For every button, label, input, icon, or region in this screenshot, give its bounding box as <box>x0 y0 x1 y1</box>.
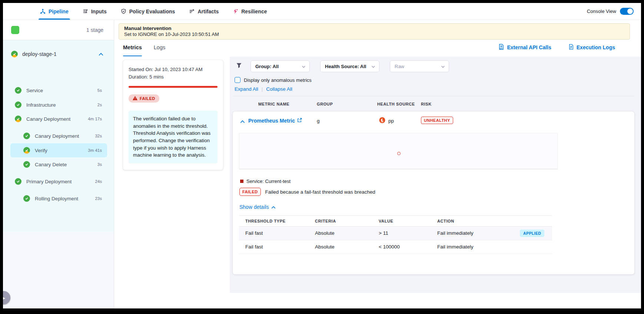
started-on: Started On: Jul 10, 2023 10:47 AM <box>129 66 218 73</box>
metrics-panel: Group: All Health Source: All Raw Displa… <box>230 57 641 293</box>
inputs-icon <box>83 9 88 14</box>
metric-name-link[interactable]: Prometheus Metric <box>248 118 302 124</box>
action-cell: Fail immediately <box>437 244 474 250</box>
step-row-rolling-deployment[interactable]: Rolling Deployment 23s <box>10 191 107 206</box>
divider <box>233 96 634 96</box>
threshold-type-cell: Fail fast <box>245 244 263 250</box>
step-label: Primary Deployment <box>26 179 72 184</box>
value-cell: > 11 <box>379 230 388 236</box>
banner-title: Manual Intervention <box>124 26 624 31</box>
show-details-link[interactable]: Show details <box>239 204 276 210</box>
step-row-primary-deployment[interactable]: Primary Deployment 24s <box>10 174 107 188</box>
criteria-cell: Absolute <box>315 230 335 236</box>
col-risk: RISK <box>421 102 432 106</box>
warning-success-icon <box>11 51 18 57</box>
tab-inputs[interactable]: Inputs <box>83 3 107 20</box>
health-source-filter-value: Health Source: All <box>325 64 366 69</box>
anomalous-metrics-control: Display only anomalous metrics <box>235 77 312 83</box>
stage-name: deploy-stage-1 <box>22 51 57 57</box>
step-duration: 23s <box>95 196 102 201</box>
collapse-metric-chevron-up-icon[interactable] <box>240 118 245 125</box>
pipeline-icon <box>40 9 46 14</box>
col-action: ACTION <box>437 219 454 223</box>
failed-badge: FAILED <box>239 188 261 196</box>
health-source-filter-dropdown[interactable]: Health Source: All <box>320 60 379 72</box>
tab-pipeline[interactable]: Pipeline <box>40 3 69 20</box>
external-link-icon <box>297 118 302 124</box>
col-metric-name: METRIC NAME <box>258 102 289 106</box>
header-links: API External API Calls Execution Logs <box>498 44 615 51</box>
step-row-canary-deployment-child[interactable]: Canary Deployment 32s <box>10 129 107 143</box>
group-filter-value: Group: All <box>255 64 279 69</box>
col-group: GROUP <box>317 102 333 106</box>
success-icon <box>15 178 21 185</box>
success-icon <box>23 133 30 139</box>
tab-artifacts[interactable]: Artifacts <box>189 3 219 20</box>
tab-logs[interactable]: Logs <box>154 42 165 56</box>
col-health-source: HEALTH SOURCE <box>377 102 415 106</box>
table-row: Fail fast Absolute > 11 Fail immediately… <box>239 227 552 240</box>
group-filter-dropdown[interactable]: Group: All <box>250 60 310 72</box>
banner-subtitle: Set to IGNORE on 10-Jul-2023 10:50:51 AM <box>124 31 624 37</box>
threshold-table-header: THRESHOLD TYPE CRITERIA VALUE ACTION <box>239 216 552 227</box>
prometheus-icon <box>379 117 385 124</box>
manual-intervention-banner: Manual Intervention Set to IGNORE on 10-… <box>119 23 630 40</box>
success-icon <box>23 161 30 168</box>
raw-filter-placeholder: Raw <box>395 64 404 69</box>
col-threshold-type: THRESHOLD TYPE <box>245 219 286 223</box>
expand-collapse-controls: Expand All | Collapse All <box>235 86 292 92</box>
svg-text:API: API <box>500 48 503 50</box>
chevron-up-icon[interactable] <box>99 51 103 57</box>
tab-artifacts-label: Artifacts <box>197 9 219 14</box>
main-content: Manual Intervention Set to IGNORE on 10-… <box>114 20 641 308</box>
step-row-service[interactable]: Service 5s <box>10 83 107 97</box>
legend-label: Service: Current-test <box>246 178 291 184</box>
execution-logs-link[interactable]: Execution Logs <box>568 44 615 51</box>
tab-metrics[interactable]: Metrics <box>123 42 142 56</box>
content-tabs: Metrics Logs <box>123 42 165 56</box>
app-window: Pipeline Inputs Policy Evaluations Artif… <box>3 3 641 308</box>
risk-badge: UNHEALTHY <box>421 117 453 124</box>
external-api-calls-link[interactable]: API External API Calls <box>498 44 551 51</box>
separator: | <box>262 86 263 92</box>
col-value: VALUE <box>379 219 393 223</box>
step-row-canary-deployment[interactable]: Canary Deployment 4m 17s <box>10 112 107 126</box>
collapse-all-link[interactable]: Collapse All <box>266 86 292 92</box>
chevron-down-icon <box>302 64 306 69</box>
value-cell: < 100000 <box>379 244 400 250</box>
chevron-down-icon <box>441 64 445 69</box>
filter-row: Group: All Health Source: All Raw <box>230 60 449 72</box>
metric-health-source: pp <box>379 117 394 124</box>
step-row-infrastructure[interactable]: Infrastructure 2s <box>10 98 107 112</box>
status-badge: FAILED <box>129 94 159 103</box>
metric-chart <box>239 133 558 169</box>
metric-group-value: g <box>317 118 320 124</box>
tab-resilience[interactable]: Resilience <box>233 3 267 20</box>
step-label: Canary Deployment <box>26 116 70 122</box>
anomalous-metrics-label: Display only anomalous metrics <box>244 77 312 83</box>
step-row-canary-delete[interactable]: Canary Delete 3s <box>10 157 107 171</box>
stage-tree: deploy-stage-1 Service 5s Infrastructure… <box>3 40 114 232</box>
expand-sidebar-button[interactable]: ▸ <box>3 291 10 304</box>
tab-resilience-label: Resilience <box>241 9 267 14</box>
execution-sidebar: 1 stage deploy-stage-1 Service 5s Infra <box>3 20 114 308</box>
raw-filter-dropdown[interactable]: Raw <box>390 60 449 72</box>
fail-reason-message: Failed because a fail-fast threshold was… <box>265 189 375 195</box>
metric-name-text: Prometheus Metric <box>248 118 295 124</box>
fail-reason-row: FAILED Failed because a fail-fast thresh… <box>239 188 375 196</box>
warning-success-icon <box>23 147 30 154</box>
chart-legend: Service: Current-test <box>240 178 291 184</box>
table-row: Fail fast Absolute < 100000 Fail immedia… <box>239 240 552 254</box>
step-duration: 3s <box>97 162 102 167</box>
document-icon <box>568 44 574 51</box>
shield-check-icon <box>121 9 126 14</box>
expand-all-link[interactable]: Expand All <box>235 86 258 92</box>
stage-row-deploy-stage-1[interactable]: deploy-stage-1 <box>3 47 114 61</box>
anomalous-metrics-checkbox[interactable] <box>235 77 240 83</box>
console-view-toggle[interactable] <box>620 8 634 15</box>
step-row-verify[interactable]: Verify 3m 41s <box>10 143 107 157</box>
artifacts-icon <box>189 9 195 14</box>
step-duration: 2s <box>97 103 102 107</box>
tab-policy-evaluations[interactable]: Policy Evaluations <box>121 3 175 20</box>
metric-row: Prometheus Metric g pp UNHEALTHY <box>233 111 634 131</box>
